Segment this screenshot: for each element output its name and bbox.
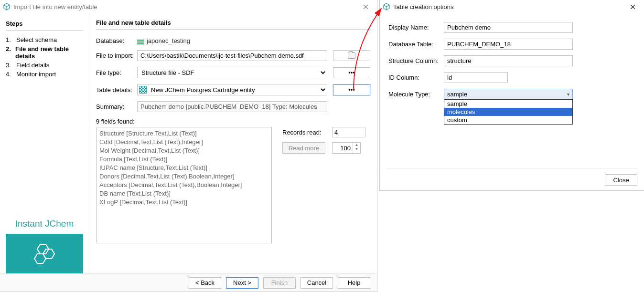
- list-item[interactable]: Structure [Structure,Text,List (Text)]: [99, 129, 268, 138]
- svg-line-1: [4, 5, 7, 7]
- display-name-label: Display Name:: [388, 24, 444, 31]
- records-increment-stepper[interactable]: ▲▼: [332, 142, 361, 154]
- fields-found-label: 9 fields found:: [96, 118, 370, 125]
- file-to-import-input[interactable]: [137, 50, 327, 61]
- molecule-type-value: sample: [447, 91, 467, 98]
- step-monitor-import: 4.Monitor import: [6, 70, 83, 79]
- table-options-body: Display Name: Database Table: Structure …: [380, 13, 644, 99]
- brand-text: Instant JChem: [6, 212, 83, 234]
- file-type-label: File type:: [96, 69, 137, 76]
- list-item[interactable]: Mol Weight [Decimal,Text,List (Text)]: [99, 146, 268, 155]
- molecule-type-option-molecules[interactable]: molecules: [444, 108, 572, 116]
- steps-header: Steps: [6, 20, 83, 31]
- svg-line-8: [384, 5, 386, 7]
- brand-logo: [6, 234, 83, 274]
- database-icon: [137, 40, 144, 41]
- stepper-arrows-icon[interactable]: ▲▼: [353, 143, 360, 153]
- database-label: Database:: [96, 37, 137, 44]
- database-value: japonec_testing: [147, 37, 190, 44]
- step-select-schema: 1.Select schema: [6, 35, 83, 44]
- table-details-label: Table details:: [96, 86, 137, 94]
- main-pane: File and new table details Database: jap…: [89, 13, 377, 274]
- folder-icon: [348, 52, 355, 59]
- table-options-titlebar: Table creation options: [380, 0, 644, 13]
- list-item[interactable]: CdId [Decimal,Text,List (Text),Integer]: [99, 138, 268, 146]
- fields-listbox[interactable]: Structure [Structure,Text,List (Text)] C…: [96, 127, 272, 243]
- next-button[interactable]: Next >: [226, 277, 258, 289]
- summary-label: Summary:: [96, 103, 137, 110]
- list-item[interactable]: Donors [Decimal,Text,List (Text),Boolean…: [99, 172, 268, 181]
- cancel-button[interactable]: Cancel: [301, 277, 333, 289]
- svg-marker-6: [34, 254, 46, 263]
- steps-list: 1.Select schema 2.File and new table det…: [6, 35, 83, 79]
- structure-column-label: Structure Column:: [388, 57, 444, 64]
- molecule-type-option-custom[interactable]: custom: [444, 116, 572, 124]
- import-footer: < Back Next > Finish Cancel Help: [0, 273, 377, 292]
- table-details-select[interactable]: New JChem Postgres Cartridge entity: [137, 84, 327, 95]
- browse-file-button[interactable]: [333, 50, 370, 61]
- help-button[interactable]: Help: [338, 277, 370, 289]
- table-options-dialog: Table creation options Display Name: Dat…: [379, 0, 644, 191]
- file-to-import-label: File to import:: [96, 52, 137, 59]
- import-title: Import file into new entity/table: [13, 3, 356, 10]
- step-file-and-table: 2.File and new table details: [6, 44, 83, 61]
- back-button[interactable]: < Back: [189, 277, 221, 289]
- chevron-down-icon: ▾: [567, 92, 569, 97]
- molecule-type-select[interactable]: sample ▾: [444, 89, 573, 99]
- pane-title: File and new table details: [96, 19, 370, 30]
- file-type-options-button[interactable]: •••: [333, 67, 370, 78]
- close-icon[interactable]: [623, 1, 642, 12]
- molecule-type-option-sample[interactable]: sample: [444, 100, 572, 108]
- list-item[interactable]: IUPAC name [Structure,Text,List (Text)]: [99, 164, 268, 172]
- import-dialog: Import file into new entity/table Steps …: [0, 0, 377, 292]
- svg-line-9: [386, 5, 389, 7]
- branding: Instant JChem: [6, 212, 83, 274]
- list-item[interactable]: XLogP [Decimal,Text,List (Text)]: [99, 198, 268, 207]
- molecule-type-dropdown[interactable]: sample molecules custom: [444, 99, 573, 125]
- database-table-input[interactable]: [444, 39, 573, 50]
- steps-pane: Steps 1.Select schema 2.File and new tab…: [0, 13, 89, 274]
- list-item[interactable]: Acceptors [Decimal,Text,List (Text),Bool…: [99, 181, 268, 189]
- app-icon: [3, 3, 11, 10]
- database-table-label: Database Table:: [388, 41, 444, 48]
- structure-column-input[interactable]: [444, 55, 573, 66]
- app-icon: [383, 3, 390, 10]
- step-field-details: 3.Field details: [6, 61, 83, 70]
- close-button[interactable]: Close: [605, 174, 637, 186]
- molecule-type-label: Molecule Type:: [388, 91, 444, 98]
- records-read-label: Records read:: [282, 129, 332, 136]
- id-column-label: ID Column:: [388, 74, 444, 81]
- entity-icon: [139, 86, 147, 94]
- records-read-value: [332, 127, 365, 137]
- finish-button: Finish: [263, 277, 296, 289]
- summary-field: [137, 101, 327, 112]
- import-titlebar: Import file into new entity/table: [0, 0, 377, 13]
- close-icon[interactable]: [356, 1, 375, 12]
- file-type-select[interactable]: Structure file - SDF: [137, 67, 327, 78]
- read-more-button[interactable]: Read more: [282, 142, 325, 154]
- table-details-options-button[interactable]: •••: [333, 84, 370, 95]
- list-item[interactable]: DB name [Text,List (Text)]: [99, 189, 268, 198]
- svg-line-2: [7, 5, 10, 7]
- display-name-input[interactable]: [444, 22, 573, 33]
- divider: [386, 168, 638, 168]
- table-options-title: Table creation options: [393, 3, 623, 10]
- records-increment-input[interactable]: [333, 143, 353, 153]
- id-column-input[interactable]: [444, 72, 508, 83]
- list-item[interactable]: Formula [Text,List (Text)]: [99, 155, 268, 164]
